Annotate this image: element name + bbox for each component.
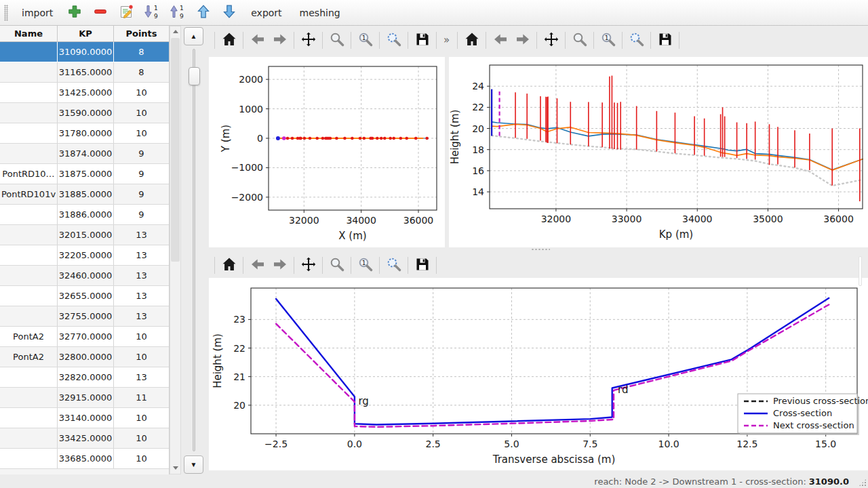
table-row[interactable]: 31590.000010 bbox=[0, 103, 169, 123]
forward-icon bbox=[272, 256, 288, 274]
status-bar: reach: Node 2 -> Downstream 1 - cross-se… bbox=[0, 474, 868, 488]
svg-text:Kp (m): Kp (m) bbox=[659, 228, 693, 241]
table-cell: 10 bbox=[114, 103, 170, 123]
svg-text:−1000: −1000 bbox=[231, 162, 263, 173]
table-row[interactable]: 32915.000011 bbox=[0, 388, 169, 408]
section-slider-track[interactable] bbox=[193, 49, 195, 451]
cross-section-canvas[interactable]: rgrd−2.50.02.55.07.510.012.515.020212223… bbox=[209, 278, 868, 470]
nav-zoom-rect-button[interactable] bbox=[382, 255, 405, 275]
add-cross-section-button[interactable] bbox=[64, 3, 85, 23]
meshing-button[interactable]: meshing bbox=[293, 4, 347, 22]
sort-ascending-button[interactable]: 19 bbox=[167, 3, 189, 23]
nav-zoom-rect-button[interactable] bbox=[382, 30, 405, 50]
table-row[interactable]: 33140.000010 bbox=[0, 408, 169, 428]
longitudinal-view-canvas[interactable]: 3200033000340003500036000141618202224Kp … bbox=[449, 57, 868, 247]
nav-zoom-button[interactable] bbox=[568, 30, 591, 50]
home-icon bbox=[221, 256, 237, 274]
table-row[interactable]: PontRD101v31885.00009 bbox=[0, 184, 169, 205]
svg-text:−2000: −2000 bbox=[231, 192, 263, 203]
table-cell: PontA2 bbox=[0, 347, 58, 367]
section-down-button[interactable]: ▼ bbox=[184, 455, 203, 474]
section-up-button[interactable]: ▲ bbox=[184, 27, 203, 45]
table-row[interactable]: 33425.000010 bbox=[0, 428, 169, 449]
main-toolbar: import 19 19 export meshing bbox=[0, 0, 868, 26]
table-row[interactable]: 31425.000010 bbox=[0, 83, 169, 103]
nav-save-button[interactable] bbox=[411, 255, 433, 275]
plan-view-canvas[interactable]: 320003400036000−2000−1000010002000X (m)Y… bbox=[209, 57, 445, 247]
nav-forward-button[interactable] bbox=[269, 30, 291, 50]
nav-forward-button[interactable] bbox=[511, 30, 534, 50]
section-slider-thumb[interactable] bbox=[189, 67, 200, 85]
column-header-kp[interactable]: KP bbox=[58, 26, 114, 41]
home-icon bbox=[464, 31, 480, 49]
table-row[interactable]: 32015.000013 bbox=[0, 225, 169, 245]
nav-pan-button[interactable] bbox=[540, 30, 562, 50]
svg-text:Previous cross-section: Previous cross-section bbox=[773, 396, 868, 406]
column-header-points[interactable]: Points bbox=[114, 26, 170, 41]
toolbar-overflow-chevron[interactable]: » bbox=[443, 34, 450, 46]
table-cell: 33425.0000 bbox=[58, 428, 114, 448]
nav-forward-button[interactable] bbox=[269, 255, 291, 275]
table-row[interactable]: 33685.000010 bbox=[0, 449, 169, 469]
nav-home-button[interactable] bbox=[218, 30, 240, 50]
import-button[interactable]: import bbox=[15, 4, 60, 22]
pan-icon bbox=[300, 31, 317, 49]
nav-home-button[interactable] bbox=[218, 255, 240, 275]
nav-pan-button[interactable] bbox=[297, 30, 319, 50]
table-row[interactable]: 31165.00008 bbox=[0, 62, 169, 83]
table-row[interactable]: 31090.00008 bbox=[0, 42, 169, 62]
edit-cross-section-button[interactable] bbox=[115, 3, 137, 23]
forward-icon bbox=[515, 31, 531, 49]
table-row[interactable]: 32460.000013 bbox=[0, 266, 169, 286]
svg-text:7.5: 7.5 bbox=[583, 439, 597, 449]
pan-icon bbox=[300, 256, 317, 274]
table-row[interactable]: 32205.000013 bbox=[0, 245, 169, 266]
nav-zoom-in-button[interactable]: 1 bbox=[597, 30, 619, 50]
table-row[interactable]: 31886.00009 bbox=[0, 205, 169, 225]
nav-back-button[interactable] bbox=[246, 255, 269, 275]
table-row[interactable]: PontRD10…31875.00009 bbox=[0, 164, 169, 184]
svg-text:10.0: 10.0 bbox=[658, 439, 679, 449]
nav-save-button[interactable] bbox=[654, 30, 676, 50]
table-scroll-up-icon[interactable] bbox=[173, 30, 178, 33]
nav-zoom-in-button[interactable]: 1 bbox=[354, 30, 376, 50]
svg-text:33000: 33000 bbox=[612, 214, 642, 224]
cross-section-table: Name KP Points 31090.0000831165.00008314… bbox=[0, 26, 170, 474]
nav-zoom-in-button[interactable]: 1 bbox=[354, 255, 376, 275]
table-cell: 31875.0000 bbox=[58, 164, 114, 184]
table-scrollbar-thumb[interactable] bbox=[171, 38, 180, 262]
table-row[interactable]: 32655.000013 bbox=[0, 286, 169, 306]
nav-zoom-rect-button[interactable] bbox=[625, 30, 648, 50]
splitter-handle[interactable] bbox=[531, 248, 550, 251]
svg-text:15.0: 15.0 bbox=[815, 439, 836, 449]
table-row[interactable]: 32820.000013 bbox=[0, 367, 169, 388]
nav-back-button[interactable] bbox=[489, 30, 511, 50]
remove-cross-section-button[interactable] bbox=[90, 3, 111, 23]
table-scroll-down-icon[interactable] bbox=[173, 466, 178, 470]
sort-descending-button[interactable]: 19 bbox=[141, 3, 163, 23]
nav-save-button[interactable] bbox=[411, 30, 433, 50]
table-row[interactable]: PontA232800.000010 bbox=[0, 347, 169, 367]
column-header-name[interactable]: Name bbox=[0, 26, 58, 41]
nav-pan-button[interactable] bbox=[297, 255, 319, 275]
table-row-partial[interactable] bbox=[0, 469, 169, 474]
nav-home-button[interactable] bbox=[460, 30, 483, 50]
svg-text:Y (m): Y (m) bbox=[220, 125, 232, 152]
table-row[interactable]: 31874.00009 bbox=[0, 144, 169, 164]
table-row[interactable]: 31780.000010 bbox=[0, 123, 169, 144]
table-row[interactable]: PontA232770.000010 bbox=[0, 327, 169, 347]
toolbar-drag-handle[interactable] bbox=[4, 5, 8, 21]
table-cell bbox=[0, 205, 58, 224]
table-cell bbox=[0, 83, 58, 102]
move-up-button[interactable] bbox=[193, 3, 214, 23]
nav-zoom-button[interactable] bbox=[326, 30, 348, 50]
table-row[interactable]: 32755.000013 bbox=[0, 306, 169, 327]
zoom-rect-icon bbox=[629, 31, 645, 49]
svg-text:24: 24 bbox=[472, 81, 484, 92]
nav-back-button[interactable] bbox=[246, 30, 269, 50]
export-button[interactable]: export bbox=[244, 4, 288, 22]
side-scrollbar-thumb[interactable] bbox=[859, 256, 862, 286]
move-down-button[interactable] bbox=[218, 3, 240, 23]
nav-zoom-button[interactable] bbox=[326, 255, 348, 275]
sort-down-1-9-icon: 19 bbox=[144, 3, 160, 22]
